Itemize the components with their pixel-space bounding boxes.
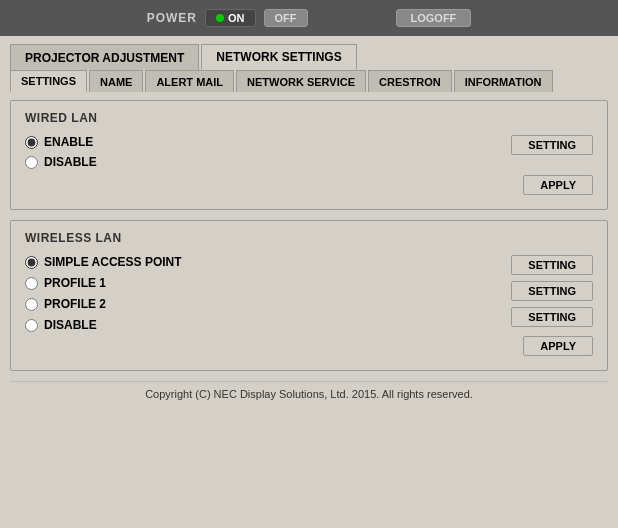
top-bar: POWER ON OFF LOGOFF (0, 0, 618, 36)
tab-information[interactable]: INFORMATION (454, 70, 553, 92)
wireless-simple-radio[interactable] (25, 256, 38, 269)
footer-text: Copyright (C) NEC Display Solutions, Ltd… (145, 388, 473, 400)
wired-lan-radio-group: ENABLE DISABLE (25, 135, 97, 169)
footer: Copyright (C) NEC Display Solutions, Ltd… (10, 381, 608, 400)
wireless-profile2-label: PROFILE 2 (44, 297, 106, 311)
tab-alert-mail[interactable]: ALERT MAIL (145, 70, 234, 92)
tab-crestron[interactable]: CRESTRON (368, 70, 452, 92)
tab-row-1: PROJECTOR ADJUSTMENT NETWORK SETTINGS (10, 44, 608, 70)
wireless-setting-button-2[interactable]: SETTING (511, 281, 593, 301)
tab-name[interactable]: NAME (89, 70, 143, 92)
wired-disable-radio[interactable] (25, 156, 38, 169)
wireless-simple-label: SIMPLE ACCESS POINT (44, 255, 182, 269)
wireless-lan-section: WIRELESS LAN SIMPLE ACCESS POINT PROFILE… (10, 220, 608, 371)
wireless-setting-button-1[interactable]: SETTING (511, 255, 593, 275)
wireless-profile2-radio[interactable] (25, 298, 38, 311)
wireless-disable-radio[interactable] (25, 319, 38, 332)
tab-settings[interactable]: SETTINGS (10, 70, 87, 92)
tab-network-service[interactable]: NETWORK SERVICE (236, 70, 366, 92)
wireless-profile2-option[interactable]: PROFILE 2 (25, 297, 182, 311)
tab-row-2: SETTINGS NAME ALERT MAIL NETWORK SERVICE… (10, 70, 608, 92)
wired-enable-radio[interactable] (25, 136, 38, 149)
on-label: ON (228, 12, 245, 24)
wired-apply-row: APPLY (25, 175, 593, 195)
wireless-lan-content: SIMPLE ACCESS POINT PROFILE 1 PROFILE 2 … (25, 255, 593, 332)
tab-network-settings[interactable]: NETWORK SETTINGS (201, 44, 356, 70)
wired-lan-content: ENABLE DISABLE SETTING (25, 135, 593, 169)
logoff-button[interactable]: LOGOFF (396, 9, 472, 27)
wireless-simple-option[interactable]: SIMPLE ACCESS POINT (25, 255, 182, 269)
wired-disable-option[interactable]: DISABLE (25, 155, 97, 169)
wireless-radio-col: SIMPLE ACCESS POINT PROFILE 1 PROFILE 2 … (25, 255, 182, 332)
wireless-lan-title: WIRELESS LAN (25, 231, 593, 245)
wireless-profile1-radio[interactable] (25, 277, 38, 290)
wired-apply-button[interactable]: APPLY (523, 175, 593, 195)
power-label: POWER (147, 11, 197, 25)
wireless-apply-row: APPLY (25, 336, 593, 356)
wired-enable-option[interactable]: ENABLE (25, 135, 97, 149)
wired-setting-button[interactable]: SETTING (511, 135, 593, 155)
wired-enable-label: ENABLE (44, 135, 93, 149)
wireless-setting-button-3[interactable]: SETTING (511, 307, 593, 327)
wireless-disable-label: DISABLE (44, 318, 97, 332)
wired-lan-title: WIRED LAN (25, 111, 593, 125)
tab-projector-adjustment[interactable]: PROJECTOR ADJUSTMENT (10, 44, 199, 70)
wired-lan-section: WIRED LAN ENABLE DISABLE SETTING APPLY (10, 100, 608, 210)
wireless-btn-col: SETTING SETTING SETTING (511, 255, 593, 327)
power-off-button[interactable]: OFF (264, 9, 308, 27)
power-led (216, 14, 224, 22)
wireless-profile1-label: PROFILE 1 (44, 276, 106, 290)
wireless-apply-button[interactable]: APPLY (523, 336, 593, 356)
wired-disable-label: DISABLE (44, 155, 97, 169)
main-content: PROJECTOR ADJUSTMENT NETWORK SETTINGS SE… (0, 36, 618, 408)
power-on-button[interactable]: ON (205, 9, 256, 27)
wireless-disable-option[interactable]: DISABLE (25, 318, 182, 332)
wireless-profile1-option[interactable]: PROFILE 1 (25, 276, 182, 290)
